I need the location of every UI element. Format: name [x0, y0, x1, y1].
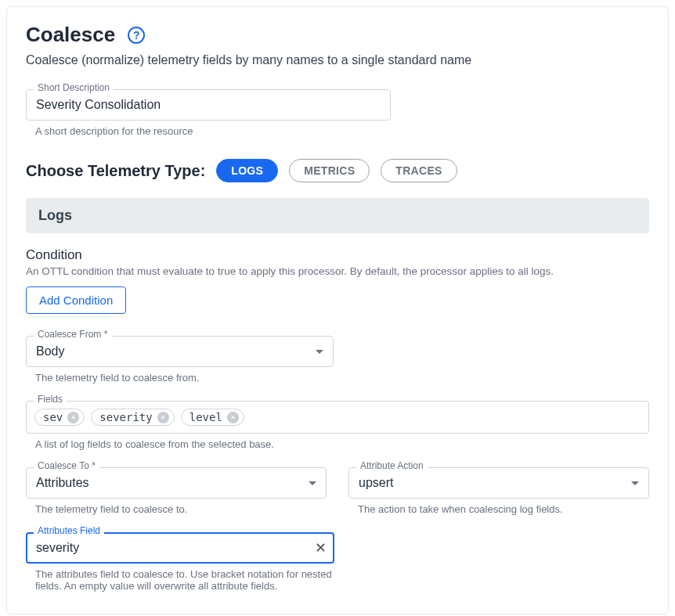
coalesce-to-helper: The telemetry field to coalesce to. [35, 503, 327, 515]
coalesce-from-group: Coalesce From * Body The telemetry field… [26, 336, 334, 384]
field-chip: sev ✕ [34, 409, 85, 426]
clear-input-icon[interactable]: ✕ [315, 539, 327, 557]
page-title: Coalesce [26, 23, 115, 47]
short-description-group: Short Description A short description fo… [26, 89, 391, 137]
telemetry-type-row: Choose Telemetry Type: LOGS METRICS TRAC… [26, 159, 649, 182]
condition-title: Condition [26, 247, 649, 263]
fields-helper: A list of log fields to coalesce from th… [35, 438, 649, 450]
attributes-field-group: Attributes Field ✕ The attributes field … [26, 532, 334, 592]
attributes-field-label: Attributes Field [34, 525, 104, 536]
chip-text: level [190, 411, 222, 423]
condition-help: An OTTL condition that must evaluate to … [26, 265, 649, 277]
page-subtitle: Coalesce (normalize) telemetry fields by… [26, 53, 649, 67]
chip-remove-icon[interactable]: ✕ [157, 412, 169, 423]
chevron-down-icon [316, 350, 323, 354]
attributes-field-helper: The attributes field to coalesce to. Use… [35, 568, 334, 592]
coalesce-to-group: Coalesce To * Attributes The telemetry f… [26, 467, 327, 515]
coalesce-config-card: Coalesce ? Coalesce (normalize) telemetr… [6, 6, 669, 614]
telemetry-type-label: Choose Telemetry Type: [26, 162, 205, 180]
telemetry-pill-logs[interactable]: LOGS [216, 159, 278, 182]
telemetry-pill-metrics[interactable]: METRICS [289, 159, 370, 182]
coalesce-to-label: Coalesce To * [34, 460, 99, 471]
chip-remove-icon[interactable]: ✕ [227, 412, 239, 423]
fields-chip-input[interactable]: sev ✕ severity ✕ level ✕ [26, 401, 649, 434]
attribute-action-value: upsert [359, 476, 393, 490]
coalesce-to-select[interactable]: Attributes [26, 467, 327, 499]
field-chip: severity ✕ [91, 409, 174, 426]
chip-remove-icon[interactable]: ✕ [67, 412, 79, 423]
short-description-label: Short Description [34, 82, 114, 93]
attributes-field-input[interactable] [26, 532, 334, 564]
chip-text: severity [99, 411, 152, 423]
attribute-action-group: Attribute Action upsert The action to ta… [348, 467, 649, 515]
coalesce-from-value: Body [36, 344, 64, 358]
chevron-down-icon [309, 481, 316, 485]
attribute-action-label: Attribute Action [356, 460, 428, 471]
help-glyph: ? [133, 29, 140, 41]
short-description-helper: A short description for the resource [35, 125, 391, 137]
field-chip: level ✕ [181, 409, 244, 426]
chevron-down-icon [631, 481, 639, 485]
fields-group: Fields sev ✕ severity ✕ level ✕ A list o… [26, 401, 649, 450]
help-icon[interactable]: ? [128, 27, 145, 44]
add-condition-button[interactable]: Add Condition [26, 286, 126, 314]
telemetry-pill-traces[interactable]: TRACES [381, 159, 457, 182]
coalesce-to-row: Coalesce To * Attributes The telemetry f… [26, 467, 649, 515]
coalesce-from-select[interactable]: Body [26, 336, 334, 367]
chip-text: sev [43, 411, 63, 423]
coalesce-from-helper: The telemetry field to coalesce from. [35, 372, 334, 384]
short-description-input[interactable] [26, 89, 391, 121]
condition-section: Condition An OTTL condition that must ev… [26, 247, 649, 331]
coalesce-to-value: Attributes [36, 476, 89, 490]
logs-section-banner: Logs [26, 198, 649, 233]
coalesce-from-label: Coalesce From * [34, 329, 111, 340]
attribute-action-helper: The action to take when coalescing log f… [358, 503, 649, 515]
header-row: Coalesce ? [26, 23, 649, 47]
fields-label: Fields [34, 394, 67, 405]
attribute-action-select[interactable]: upsert [348, 467, 649, 499]
